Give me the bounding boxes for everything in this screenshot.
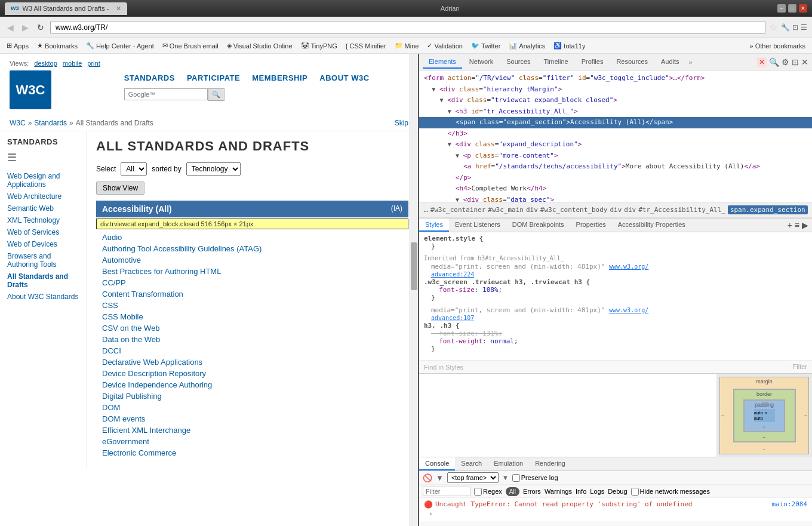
tab-network[interactable]: Network — [463, 56, 499, 69]
list-item[interactable]: Automotive — [96, 254, 408, 266]
info-label[interactable]: Info — [576, 488, 586, 495]
bookmark-other[interactable]: » Other bookmarks — [746, 41, 808, 51]
add-style-icon[interactable]: + — [788, 220, 792, 230]
breadcrumb-standards[interactable]: Standards — [34, 119, 67, 127]
list-item[interactable]: Declarative Web Applications — [96, 356, 408, 368]
sidebar-item-web-design[interactable]: Web Design and Applications — [7, 170, 79, 190]
bookmark-star-button[interactable]: ☆ — [769, 21, 777, 33]
toggle-icon[interactable]: ≡ — [795, 220, 799, 230]
sidebar-item-xml[interactable]: XML Technology — [7, 214, 79, 226]
bc-w3c-container[interactable]: #w3c_container — [430, 206, 486, 214]
tab-emulation[interactable]: Emulation — [488, 457, 529, 470]
dom-line-selected[interactable]: <span class="expand_section">Accessibili… — [419, 117, 812, 128]
frame-select[interactable]: <top frame> — [447, 472, 499, 483]
list-item[interactable]: Data on the Web — [96, 334, 408, 345]
nav-about[interactable]: ABOUT W3C — [319, 73, 369, 82]
style-link-1[interactable]: www.w3.org/advanced:224 — [431, 263, 648, 278]
bookmark-vs-online[interactable]: ◈ Visual Studio Online — [224, 41, 296, 51]
list-item[interactable]: Best Practices for Authoring HTML — [96, 266, 408, 277]
scroll-thumb[interactable] — [411, 242, 417, 290]
regex-checkbox[interactable]: Regex — [474, 488, 502, 496]
clear-console-icon[interactable]: 🚫 — [423, 473, 432, 482]
sidebar-item-all-standards[interactable]: All Standards and Drafts — [7, 270, 79, 291]
console-filter-input[interactable] — [423, 487, 470, 496]
warnings-label[interactable]: Warnings — [545, 488, 572, 495]
bookmark-help-center[interactable]: 🔧 Help Center - Agent — [83, 41, 157, 51]
address-input[interactable] — [50, 21, 765, 34]
list-item[interactable]: Efficient XML Interchange — [96, 425, 408, 436]
search-input[interactable] — [124, 88, 208, 100]
tab-resources[interactable]: Resources — [610, 56, 654, 69]
preserve-log-checkbox[interactable]: Preserve log — [512, 474, 558, 482]
tab-properties[interactable]: Properties — [570, 219, 612, 232]
devtools-icon[interactable]: 🔧 — [781, 23, 790, 32]
list-item[interactable]: Authoring Tool Accessibility Guidelines … — [96, 243, 408, 254]
reload-button[interactable]: ↻ — [35, 21, 47, 33]
bookmark-bookmarks[interactable]: ★ Bookmarks — [34, 41, 81, 51]
bc-div-2[interactable]: div — [610, 206, 622, 214]
maximize-button[interactable]: □ — [788, 4, 796, 13]
sidebar-item-web-services[interactable]: Web of Services — [7, 226, 79, 238]
view-mobile[interactable]: mobile — [63, 60, 82, 67]
bookmark-mine[interactable]: 📁 Mine — [392, 41, 422, 51]
devtools-dock-icon[interactable]: ⊡ — [792, 57, 799, 67]
list-item[interactable]: CC/PP — [96, 277, 408, 288]
list-item[interactable]: Audio — [96, 232, 408, 243]
list-item[interactable]: Device Independence Authoring — [96, 379, 408, 390]
tab-event-listeners[interactable]: Event Listeners — [449, 219, 506, 232]
forward-button[interactable]: ▶ — [20, 21, 31, 33]
tab-rendering[interactable]: Rendering — [529, 457, 571, 470]
bookmark-totaly[interactable]: ♿ tota11y — [550, 41, 588, 51]
tab-close-icon[interactable]: ✕ — [116, 5, 121, 13]
bookmark-twitter[interactable]: 🐦 Twitter — [468, 41, 503, 51]
list-item[interactable]: DOM events — [96, 413, 408, 425]
devtools-search-icon[interactable]: 🔍 — [769, 57, 779, 67]
bookmark-css-minifier[interactable]: { CSS Minifier — [343, 41, 389, 51]
sidebar-item-web-arch[interactable]: Web Architecture — [7, 190, 79, 202]
skip-link[interactable]: Skip — [395, 119, 408, 127]
tab-accessibility-properties[interactable]: Accessibility Properties — [612, 219, 691, 232]
console-prompt[interactable]: › — [424, 509, 807, 519]
tab-search[interactable]: Search — [455, 457, 488, 470]
list-item[interactable]: Digital Publishing — [96, 390, 408, 402]
view-print[interactable]: print — [87, 60, 100, 67]
bc-w3c-content-body[interactable]: #w3c_content_body — [540, 206, 608, 214]
bc-div-1[interactable]: div — [526, 206, 538, 214]
search-button[interactable]: 🔍 — [208, 88, 224, 101]
tab-audits[interactable]: Audits — [655, 56, 685, 69]
list-item[interactable]: DOM — [96, 402, 408, 413]
devtools-settings-icon[interactable]: ⚙ — [782, 57, 789, 67]
sidebar-item-semantic-web[interactable]: Semantic Web — [7, 202, 79, 214]
sorted-by-dropdown[interactable]: Technology — [186, 162, 241, 176]
style-link-2[interactable]: www.w3.org/advanced:107 — [431, 307, 648, 321]
list-item[interactable]: CSS — [96, 300, 408, 311]
bc-div-3[interactable]: div — [624, 206, 636, 214]
tab-elements[interactable]: Elements — [423, 56, 462, 69]
list-item[interactable]: DCCI — [96, 345, 408, 356]
sidebar-item-web-devices[interactable]: Web of Devices — [7, 238, 79, 250]
filter-console-icon[interactable]: ▼ — [436, 473, 444, 482]
bookmark-one-brush[interactable]: ✉ One Brush email — [159, 41, 222, 51]
page-scrollbar[interactable] — [410, 54, 418, 526]
debug-label[interactable]: Debug — [608, 488, 627, 495]
screen-icon[interactable]: ⊡ — [792, 23, 798, 32]
view-desktop[interactable]: desktop — [34, 60, 57, 67]
bc-w3c-main[interactable]: #w3c_main — [488, 206, 524, 214]
bookmark-tinypng[interactable]: 🐼 TinyPNG — [298, 41, 340, 51]
error-link[interactable]: main:2084 — [771, 500, 807, 508]
sidebar-item-about-standards[interactable]: About W3C Standards — [7, 291, 79, 303]
list-item[interactable]: CSV on the Web — [96, 322, 408, 334]
logs-label[interactable]: Logs — [590, 488, 604, 495]
error-count[interactable]: ✕ — [757, 57, 767, 67]
settings-icon[interactable]: ☰ — [801, 23, 807, 32]
errors-label[interactable]: Errors — [523, 488, 541, 495]
frame-dropdown-icon[interactable]: ▼ — [502, 474, 509, 481]
bc-selected-span[interactable]: span.expand_section — [728, 205, 808, 214]
browser-tab[interactable]: W3 W3 All Standards and Drafts - ✕ — [5, 2, 127, 15]
tab-sources[interactable]: Sources — [500, 56, 536, 69]
sidebar-item-browsers[interactable]: Browsers and Authoring Tools — [7, 250, 79, 270]
hide-network-checkbox[interactable]: Hide network messages — [631, 488, 710, 496]
nav-participate[interactable]: PARTICIPATE — [187, 73, 240, 82]
back-button[interactable]: ◀ — [5, 21, 16, 33]
tab-styles[interactable]: Styles — [419, 219, 449, 232]
